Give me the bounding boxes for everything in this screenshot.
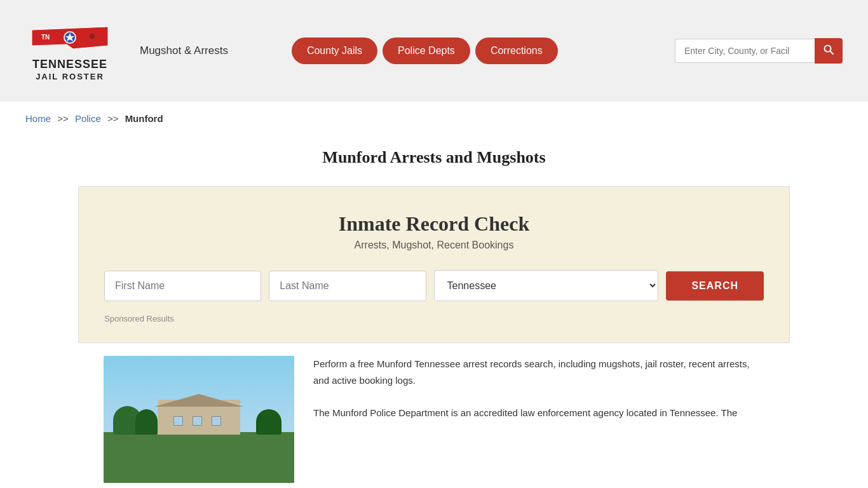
record-check-title: Inmate Record Check [104, 212, 764, 236]
logo-title: TENNESSEE [32, 58, 107, 72]
breadcrumb-home[interactable]: Home [25, 113, 51, 124]
mugshot-arrests-link[interactable]: Mugshot & Arrests [140, 44, 228, 57]
breadcrumb-police[interactable]: Police [75, 113, 101, 124]
munford-image [104, 356, 294, 483]
inmate-search-button[interactable]: SEARCH [666, 271, 764, 301]
nav-buttons: County Jails Police Depts Corrections [292, 37, 558, 64]
police-depts-button[interactable]: Police Depts [383, 37, 470, 64]
breadcrumb-sep-2: >> [107, 113, 119, 124]
breadcrumb: Home >> Police >> Munford [0, 102, 868, 135]
svg-line-7 [831, 51, 834, 55]
page-title: Munford Arrests and Mugshots [25, 148, 843, 167]
county-jails-button[interactable]: County Jails [292, 37, 377, 64]
content-description-2: The Munford Police Department is an accr… [313, 405, 764, 421]
logo-area: TN TENNESSEE JAIL ROSTER [25, 20, 114, 81]
first-name-input[interactable] [104, 271, 261, 301]
record-check-subtitle: Arrests, Mugshot, Recent Bookings [104, 240, 764, 251]
page-title-section: Munford Arrests and Mugshots [0, 135, 868, 173]
logo-icon: TN [29, 20, 111, 55]
breadcrumb-sep-1: >> [57, 113, 69, 124]
logo-subtitle: JAIL ROSTER [32, 72, 107, 81]
header-search-button[interactable] [815, 38, 843, 64]
content-description-1: Perform a free Munford Tennessee arrest … [313, 356, 764, 388]
svg-point-5 [90, 34, 95, 39]
header-search-input[interactable] [675, 39, 815, 63]
logo-text: TENNESSEE JAIL ROSTER [32, 58, 107, 81]
content-section: Perform a free Munford Tennessee arrest … [78, 356, 790, 483]
breadcrumb-current: Munford [125, 113, 163, 124]
header-search-area [675, 38, 843, 64]
last-name-input[interactable] [269, 271, 426, 301]
inmate-search-form: Tennessee Alabama Georgia Kentucky Missi… [104, 270, 764, 301]
record-check-box: Inmate Record Check Arrests, Mugshot, Re… [78, 186, 790, 343]
sponsored-results-label: Sponsored Results [104, 314, 764, 323]
corrections-button[interactable]: Corrections [475, 37, 558, 64]
site-header: TN TENNESSEE JAIL ROSTER Mugshot & Arres… [0, 0, 868, 102]
state-select[interactable]: Tennessee Alabama Georgia Kentucky Missi… [434, 270, 659, 301]
search-icon [824, 44, 834, 55]
content-text: Perform a free Munford Tennessee arrest … [313, 356, 764, 421]
svg-text:TN: TN [41, 34, 50, 41]
